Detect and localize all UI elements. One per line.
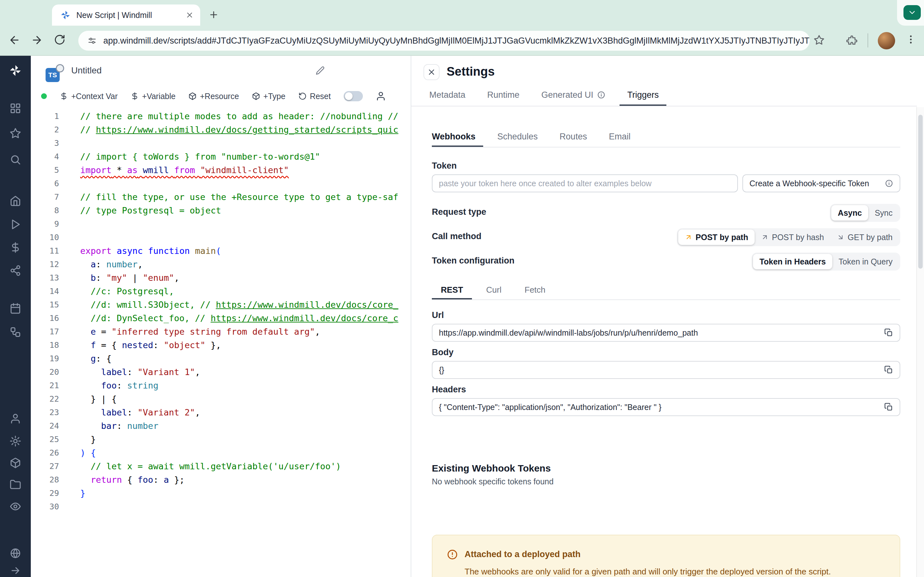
profile-avatar[interactable]: [878, 32, 895, 49]
line-number: 5: [31, 163, 59, 177]
segment-label: Sync: [875, 208, 893, 218]
variable-button[interactable]: +Variable: [131, 92, 176, 101]
reset-button[interactable]: Reset: [298, 92, 331, 101]
code-line: 21 foo: string: [31, 379, 411, 392]
diff-toggle[interactable]: [344, 91, 363, 101]
windmill-logo[interactable]: [9, 64, 22, 77]
scrollbar-thumb[interactable]: [918, 115, 923, 269]
code-line: 14 //c: Postgresql,: [31, 285, 411, 298]
snippet-tab-rest[interactable]: REST: [432, 282, 472, 300]
browser-chevron-button[interactable]: [903, 5, 921, 20]
tab-label: Curl: [486, 285, 501, 295]
code-editor[interactable]: 1// there are multiple modes to add as h…: [31, 110, 411, 514]
subtab-webhooks[interactable]: Webhooks: [432, 127, 483, 147]
line-number: 19: [31, 352, 59, 366]
call-method-post-by-hash[interactable]: POST by hash: [754, 229, 830, 245]
line-number: 14: [31, 285, 59, 298]
cube-icon: [188, 92, 197, 100]
address-bar[interactable]: app.windmill.dev/scripts/add#JTdCJTIyaGF…: [78, 31, 810, 51]
code-line: 25 }: [31, 433, 411, 446]
token-config-token-in-headers[interactable]: Token in Headers: [753, 254, 832, 269]
token-input[interactable]: [432, 174, 738, 192]
bookmark-star-icon[interactable]: [814, 35, 825, 45]
trigger-subtabs: WebhooksSchedulesRoutesEmail: [432, 127, 900, 147]
line-number: 10: [31, 231, 59, 244]
reset-icon: [298, 92, 307, 100]
code-line: 18 f = { nested: "object" },: [31, 338, 411, 352]
request-type-sync[interactable]: Sync: [868, 205, 899, 221]
segment-label: POST by path: [696, 233, 748, 242]
folder-icon[interactable]: [9, 478, 22, 491]
forward-button[interactable]: [31, 34, 43, 46]
code-line: 23 label: "Variant 2",: [31, 406, 411, 419]
code-line: 28 return { foo: a };: [31, 473, 411, 487]
context-var-button[interactable]: +Context Var: [60, 92, 118, 101]
browser-tab[interactable]: New Script | Windmill: [52, 5, 200, 26]
dollar-icon[interactable]: [9, 241, 22, 254]
tab-label: Schedules: [497, 132, 538, 142]
play-icon[interactable]: [9, 218, 22, 231]
call-method-post-by-path[interactable]: POST by path: [678, 229, 754, 245]
package-icon[interactable]: [9, 456, 22, 469]
line-number: 7: [31, 190, 59, 204]
create-webhook-token-button[interactable]: Create a Webhook-specific Token: [742, 174, 900, 192]
subtab-schedules[interactable]: Schedules: [489, 127, 545, 147]
request-type-async[interactable]: Async: [831, 205, 868, 221]
call-method-label: Call method: [432, 231, 481, 242]
app-sidebar: [0, 56, 31, 577]
user-icon[interactable]: [9, 412, 22, 425]
home-icon[interactable]: [9, 194, 22, 207]
line-number: 20: [31, 366, 59, 379]
apps-icon[interactable]: [9, 102, 22, 115]
copy-icon[interactable]: [884, 366, 893, 374]
settings-drawer: Settings MetadataRuntimeGenerated UITrig…: [411, 56, 924, 577]
panel-scrollbar[interactable]: [916, 107, 924, 577]
gear-icon[interactable]: [9, 435, 22, 448]
copy-icon[interactable]: [884, 403, 893, 412]
edit-title-pencil-icon[interactable]: [316, 66, 325, 75]
segment-label: Token in Headers: [759, 257, 826, 266]
extensions-puzzle-icon[interactable]: [846, 35, 857, 45]
arrow-right-icon[interactable]: [9, 564, 22, 577]
copy-icon[interactable]: [884, 328, 893, 337]
arrow-down-right-icon: [837, 234, 845, 241]
toggle-knob: [345, 92, 352, 100]
snippet-tab-curl[interactable]: Curl: [477, 282, 510, 300]
subtab-email[interactable]: Email: [601, 127, 638, 147]
browser-menu-icon[interactable]: [905, 34, 916, 45]
script-editor-pane[interactable]: TS Untitled +Context Var+Variable+Resour…: [31, 56, 411, 577]
new-tab-button[interactable]: [207, 8, 221, 22]
search-icon[interactable]: [9, 153, 22, 166]
tab-label: Webhooks: [432, 132, 475, 142]
code-line: 29}: [31, 487, 411, 500]
type-button[interactable]: +Type: [252, 92, 286, 101]
star-icon[interactable]: [9, 127, 22, 140]
cube-icon: [252, 92, 260, 100]
site-settings-icon[interactable]: [87, 36, 97, 45]
call-method-get-by-path[interactable]: GET by path: [830, 229, 899, 245]
windmill-browser-window: New Script | Windmill app.windmill.dev/s…: [0, 0, 924, 577]
back-button[interactable]: [8, 34, 21, 46]
url-value: https://app.windmill.dev/api/w/windmill-…: [439, 328, 879, 338]
line-number: 22: [31, 392, 59, 406]
browser-chrome: New Script | Windmill app.windmill.dev/s…: [0, 0, 924, 56]
reload-button[interactable]: [54, 34, 65, 45]
token-config-token-in-query[interactable]: Token in Query: [832, 254, 899, 269]
tab-label: REST: [441, 285, 463, 295]
line-number: 15: [31, 298, 59, 311]
resource-button[interactable]: +Resource: [188, 92, 239, 101]
eye-icon[interactable]: [9, 500, 22, 513]
line-number: 21: [31, 379, 59, 392]
code-line: 1// there are multiple modes to add as h…: [31, 110, 411, 123]
globe-icon[interactable]: [9, 547, 22, 560]
body-label: Body: [432, 348, 454, 358]
snippet-tab-fetch[interactable]: Fetch: [515, 282, 554, 300]
workflow-icon[interactable]: [9, 326, 22, 338]
chevron-down-icon: [908, 8, 917, 17]
tab-close-icon[interactable]: [186, 11, 194, 19]
share-icon[interactable]: [9, 264, 22, 277]
line-number: 28: [31, 473, 59, 487]
calendar-icon[interactable]: [9, 302, 22, 315]
line-number: 2: [31, 123, 59, 137]
subtab-routes[interactable]: Routes: [552, 127, 595, 147]
